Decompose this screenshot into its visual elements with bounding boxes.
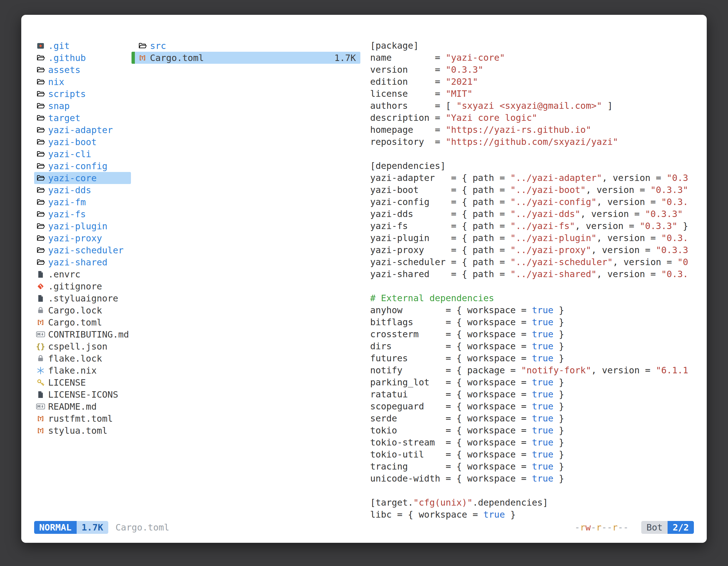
key-icon (35, 377, 46, 388)
file-row[interactable]: Cargo.lock (34, 304, 131, 316)
file-row[interactable]: .github (34, 52, 131, 64)
folder-icon (35, 209, 46, 220)
file-name: cspell.json (48, 341, 107, 352)
preview-line: authors = [ "sxyazi <sxyazi@gmail.com>" … (370, 100, 699, 112)
file-row[interactable]: .git (34, 40, 131, 52)
file-row[interactable]: yazi-scheduler (34, 244, 131, 256)
folder-icon (35, 221, 46, 232)
file-row[interactable]: .gitignore (34, 280, 131, 292)
toml-icon (35, 317, 46, 328)
file-name: flake.lock (48, 353, 102, 364)
file-size: 1.7K (334, 53, 359, 63)
preview-line: [target."cfg(unix)".dependencies] (370, 497, 699, 509)
folder-icon (35, 65, 46, 75)
preview-line: edition = "2021" (370, 76, 699, 88)
folder-icon (35, 113, 46, 123)
file-name: yazi-proxy (48, 233, 102, 244)
folder-icon (35, 257, 46, 268)
preview-line: yazi-config = { path = "../yazi-config",… (370, 196, 699, 208)
file-row[interactable]: yazi-core (34, 172, 131, 184)
preview-line: libc = { workspace = true } (370, 509, 699, 521)
file-row[interactable]: {}cspell.json (34, 340, 131, 352)
file-row[interactable]: stylua.toml (34, 424, 131, 436)
file-row[interactable]: rustfmt.toml (34, 412, 131, 424)
file-row[interactable]: .envrc (34, 268, 131, 280)
file-row[interactable]: yazi-adapter (34, 124, 131, 136)
preview-line: yazi-dds = { path = "../yazi-dds", versi… (370, 208, 699, 220)
file-row[interactable]: .styluaignore (34, 292, 131, 304)
folder-icon (35, 137, 46, 147)
lock-icon (35, 305, 46, 316)
git-icon (35, 281, 46, 292)
file-row[interactable]: flake.nix (34, 364, 131, 376)
file-row[interactable]: CONTRIBUTING.md (34, 328, 131, 340)
preview-line: yazi-adapter = { path = "../yazi-adapter… (370, 172, 699, 184)
file-row[interactable]: snap (34, 100, 131, 112)
file-row[interactable]: assets (34, 64, 131, 76)
folder-icon (35, 125, 46, 135)
file-name: yazi-boot (48, 137, 97, 147)
file-row[interactable]: scripts (34, 88, 131, 100)
markdown-icon (35, 329, 46, 340)
file-name: README.md (48, 401, 97, 412)
file-row[interactable]: yazi-cli (34, 148, 131, 160)
file-name: .git (48, 41, 70, 51)
preview-line (370, 280, 699, 292)
selection-marker (131, 52, 135, 64)
file-icon (35, 293, 46, 304)
folder-icon (35, 149, 46, 159)
file-row[interactable]: yazi-plugin (34, 220, 131, 232)
folder-icon (35, 101, 46, 111)
folder-icon (35, 245, 46, 256)
preview-line: tokio-stream = { workspace = true } (370, 436, 699, 448)
file-row[interactable]: src (131, 40, 360, 52)
file-row[interactable]: yazi-fs (34, 208, 131, 220)
preview-line: repository = "https://github.com/sxyazi/… (370, 136, 699, 148)
preview-line: scopeguard = { workspace = true } (370, 400, 699, 412)
file-row[interactable]: LICENSE (34, 376, 131, 388)
file-row[interactable]: yazi-fm (34, 196, 131, 208)
folder-icon (35, 185, 46, 196)
preview-line: # External dependencies (370, 292, 699, 304)
file-name: stylua.toml (48, 425, 107, 436)
file-row[interactable]: yazi-config (34, 160, 131, 172)
file-row[interactable]: yazi-dds (34, 184, 131, 196)
lock-icon (35, 353, 46, 364)
preview-line: yazi-shared = { path = "../yazi-shared",… (370, 268, 699, 280)
file-name: Cargo.toml (48, 317, 102, 328)
file-name: .github (48, 53, 86, 63)
parent-pane[interactable]: .git.githubassetsnixscriptssnaptargetyaz… (34, 40, 131, 436)
folder-icon (137, 41, 148, 51)
file-row[interactable]: README.md (34, 400, 131, 412)
file-permissions: -rw-r--r-- (575, 522, 629, 533)
folder-icon (35, 173, 46, 184)
file-row[interactable]: flake.lock (34, 352, 131, 364)
file-name: LICENSE-ICONS (48, 389, 118, 400)
file-name: yazi-dds (48, 185, 91, 196)
preview-line: name = "yazi-core" (370, 52, 699, 64)
file-name: LICENSE (48, 377, 86, 388)
file-name: CONTRIBUTING.md (48, 329, 129, 340)
preview-line: serde = { workspace = true } (370, 412, 699, 424)
file-row[interactable]: Cargo.toml (34, 316, 131, 328)
file-name: target (48, 113, 81, 123)
file-row[interactable]: target (34, 112, 131, 124)
preview-line: crossterm = { workspace = true } (370, 328, 699, 340)
file-row[interactable]: yazi-boot (34, 136, 131, 148)
file-row[interactable]: LICENSE-ICONS (34, 388, 131, 400)
file-icon (35, 269, 46, 280)
file-row[interactable]: Cargo.toml1.7K (131, 52, 360, 64)
file-name: yazi-plugin (48, 221, 107, 232)
file-name: flake.nix (48, 365, 97, 376)
file-name: .envrc (48, 269, 81, 280)
file-row[interactable]: nix (34, 76, 131, 88)
file-row[interactable]: yazi-shared (34, 256, 131, 268)
file-row[interactable]: yazi-proxy (34, 232, 131, 244)
file-name: yazi-fs (48, 209, 86, 220)
preview-line: [dependencies] (370, 160, 699, 172)
preview-pane[interactable]: [package]name = "yazi-core"version = "0.… (370, 40, 699, 521)
preview-line: yazi-plugin = { path = "../yazi-plugin",… (370, 232, 699, 244)
preview-line: tracing = { workspace = true } (370, 461, 699, 473)
preview-line: bitflags = { workspace = true } (370, 316, 699, 328)
current-pane[interactable]: srcCargo.toml1.7K (131, 40, 360, 64)
